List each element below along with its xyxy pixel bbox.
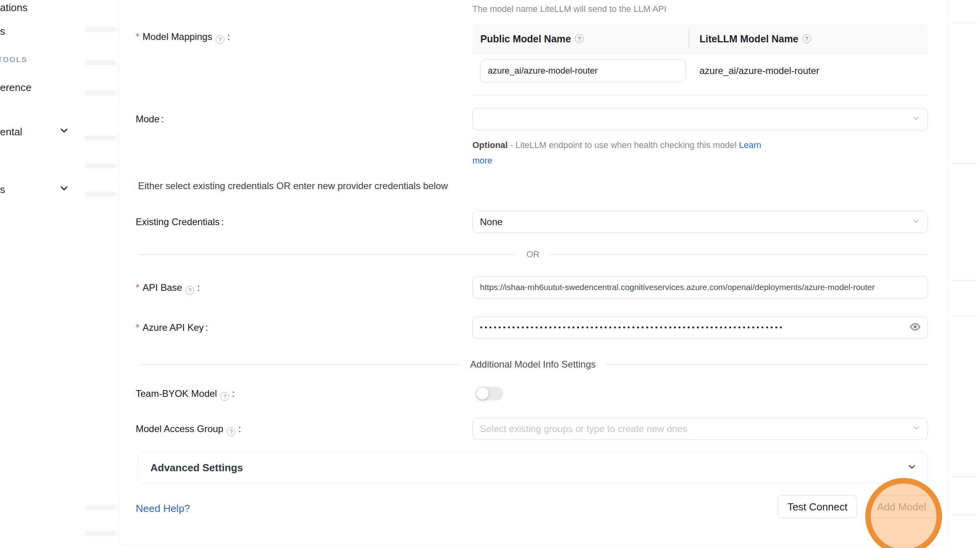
sidebar-item-experimental[interactable]: ental <box>0 126 22 138</box>
mode-select[interactable] <box>472 108 928 130</box>
litellm-model-name-value: azure_ai/azure-model-router <box>699 65 819 76</box>
mode-help-text: Optional - LiteLLM endpoint to use when … <box>472 139 761 151</box>
column-header-public-model-name: Public Model Name? <box>480 24 585 54</box>
skeleton-bar <box>85 60 116 65</box>
sidebar-item[interactable]: s <box>0 25 5 38</box>
sidebar-item-inference[interactable]: erence <box>0 82 32 94</box>
existing-credentials-label: Existing Credentials: <box>136 216 224 228</box>
mode-help-text-line2: more <box>472 155 492 167</box>
required-asterisk: * <box>136 31 139 42</box>
eye-icon[interactable] <box>909 321 921 334</box>
background-row-line <box>952 476 977 477</box>
help-circle-icon[interactable]: ? <box>216 35 224 44</box>
azure-api-key-input[interactable]: ••••••••••••••••••••••••••••••••••••••••… <box>472 317 928 339</box>
team-byok-toggle[interactable] <box>476 387 503 400</box>
chevron-down-icon <box>912 216 921 228</box>
sidebar-item-settings[interactable]: s <box>0 184 5 196</box>
add-model-button[interactable]: Add Model <box>867 495 936 518</box>
skeleton-bar <box>85 531 116 536</box>
help-circle-icon[interactable]: ? <box>575 34 584 43</box>
help-circle-icon[interactable]: ? <box>802 34 811 43</box>
api-base-input[interactable] <box>472 276 928 298</box>
model-name-helper-text: The model name LiteLLM will send to the … <box>472 4 666 14</box>
advanced-settings-title: Advanced Settings <box>150 462 243 474</box>
masked-api-key-value: ••••••••••••••••••••••••••••••••••••••••… <box>480 323 899 332</box>
model-mappings-label: *Model Mappings?: <box>136 30 230 44</box>
chevron-down-icon[interactable] <box>59 125 70 138</box>
background-row-line <box>952 316 977 317</box>
need-help-link[interactable]: Need Help? <box>136 502 190 515</box>
skeleton-bar <box>85 27 116 32</box>
public-model-name-input[interactable] <box>480 59 686 82</box>
chevron-down-icon <box>907 462 917 474</box>
select-placeholder: Select existing groups or type to create… <box>480 423 687 434</box>
chevron-down-icon <box>912 114 921 125</box>
required-asterisk: * <box>136 282 139 293</box>
existing-credentials-select[interactable]: None <box>472 211 928 233</box>
help-circle-icon[interactable]: ? <box>186 286 194 295</box>
required-asterisk: * <box>136 322 139 333</box>
help-circle-icon[interactable]: ? <box>220 392 229 401</box>
credentials-note: Either select existing credentials OR en… <box>138 180 448 192</box>
skeleton-bar <box>85 135 116 140</box>
learn-more-link[interactable]: more <box>472 155 492 165</box>
skeleton-bar <box>85 505 116 510</box>
sidebar-section-tools: TOOLS <box>0 55 27 64</box>
background-row-line <box>952 514 977 515</box>
learn-more-link[interactable]: Learn <box>739 140 761 150</box>
additional-info-divider: Additional Model Info Settings <box>138 359 928 370</box>
azure-api-key-label: *Azure API Key: <box>136 321 208 334</box>
background-row-line <box>952 163 977 164</box>
background-row-line <box>952 23 977 23</box>
add-model-page: ations s TOOLS erence ental s The model … <box>0 0 980 548</box>
model-access-group-label: Model Access Group?: <box>136 423 241 436</box>
column-divider <box>688 29 689 48</box>
toggle-knob <box>476 387 489 400</box>
api-base-label: *API Base?: <box>136 281 200 295</box>
table-bottom-border <box>472 95 928 96</box>
help-circle-icon[interactable]: ? <box>227 427 235 436</box>
background-row-line <box>952 280 977 281</box>
test-connect-button[interactable]: Test Connect <box>778 495 857 518</box>
chevron-down-icon[interactable] <box>59 183 70 195</box>
model-access-group-select[interactable]: Select existing groups or type to create… <box>472 418 928 440</box>
chevron-down-icon <box>912 423 921 434</box>
skeleton-bar <box>85 90 116 95</box>
mode-label: Mode: <box>136 113 164 125</box>
skeleton-bar <box>85 163 116 168</box>
advanced-settings-panel[interactable]: Advanced Settings <box>138 452 928 484</box>
skeleton-bar <box>85 192 116 197</box>
sidebar-item-organizations[interactable]: ations <box>0 2 27 14</box>
team-byok-label: Team-BYOK Model?: <box>136 387 235 401</box>
column-header-litellm-model-name: LiteLLM Model Name? <box>699 24 812 54</box>
or-divider: OR <box>138 249 928 260</box>
